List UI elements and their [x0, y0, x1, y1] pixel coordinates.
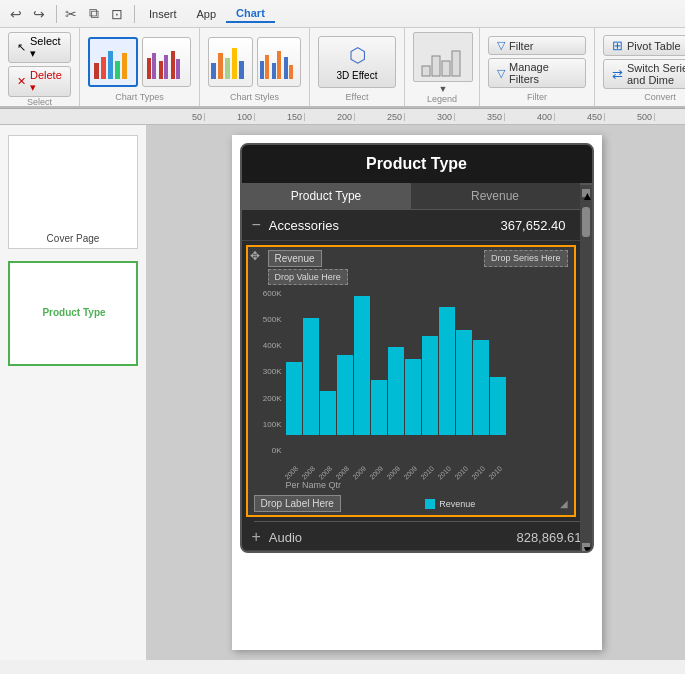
svg-rect-25 [452, 51, 460, 76]
redo-icon[interactable]: ↪ [29, 4, 49, 24]
chart-tab[interactable]: Chart [226, 5, 275, 23]
bar-2009q3 [388, 347, 404, 435]
svg-rect-3 [115, 61, 120, 79]
svg-rect-6 [152, 53, 156, 79]
svg-rect-17 [265, 55, 269, 79]
x-label-2010q3: 2010 Q3 [453, 465, 469, 481]
chart-style-1-button[interactable] [208, 37, 253, 87]
svg-rect-11 [211, 63, 216, 79]
manage-filters-icon: ▽ [497, 67, 505, 80]
svg-rect-12 [218, 53, 223, 79]
product-type-preview: Product Type [14, 267, 134, 357]
delete-button[interactable]: ✕ Delete ▾ [8, 66, 71, 97]
page-thumb-2[interactable]: Product Type [8, 261, 138, 366]
collapse-accessories-button[interactable]: − [252, 216, 261, 234]
svg-rect-9 [171, 51, 175, 79]
audio-name: Audio [269, 530, 517, 545]
cut-icon[interactable]: ✂ [61, 4, 81, 24]
copy-icon[interactable]: ⧉ [84, 4, 104, 24]
bar-2008q3 [320, 391, 336, 435]
svg-rect-7 [159, 61, 163, 79]
svg-rect-14 [232, 48, 237, 79]
paste-icon[interactable]: ⊡ [107, 4, 127, 24]
resize-handle[interactable]: ◢ [560, 498, 568, 509]
svg-rect-10 [176, 59, 180, 79]
tab-revenue[interactable]: Revenue [411, 183, 580, 210]
filter-button[interactable]: ▽ Filter [488, 36, 586, 55]
x-label-2008q2: 2008 Q2 [300, 465, 316, 481]
legend-dropdown-button[interactable]: ▼ [413, 32, 473, 94]
x-label-2010q2: 2010 Q2 [436, 465, 452, 481]
y-label-400k: 400K [250, 341, 282, 350]
chart-title: Product Type [242, 145, 592, 183]
x-label-2010q4: 2010 Q4 [470, 465, 486, 481]
svg-rect-24 [442, 61, 450, 76]
chart-type-bar-button[interactable] [88, 37, 138, 87]
manage-filters-button[interactable]: ▽ Manage Filters [488, 58, 586, 88]
bar-2008q2 [303, 318, 319, 435]
3d-icon: ⬡ [349, 43, 366, 67]
drop-series-zone[interactable]: Drop Series Here [484, 250, 568, 267]
filter-icon: ▽ [497, 39, 505, 52]
x-label-2008q1: 2008 Q1 [283, 465, 299, 481]
x-label-2009q3: 2009 Q3 [385, 465, 401, 481]
chart-style-2-button[interactable] [257, 37, 302, 87]
svg-rect-0 [94, 63, 99, 79]
bar-2009q1 [354, 296, 370, 435]
app-tab[interactable]: App [187, 6, 227, 22]
pivot-icon: ⊞ [612, 38, 623, 53]
x-label-2008q3: 2008 Q3 [317, 465, 333, 481]
pivot-table-button[interactable]: ⊞ Pivot Table [603, 35, 685, 56]
ruler-mark: 200 [305, 113, 355, 121]
svg-rect-19 [277, 51, 281, 79]
page-thumb-1[interactable]: Cover Page [8, 135, 138, 249]
y-label-500k: 500K [250, 315, 282, 324]
chart-styles-section-label: Chart Styles [208, 92, 301, 102]
ruler-mark: 150 [255, 113, 305, 121]
select-section-label: Select [8, 97, 71, 107]
bar-2010q4a [473, 340, 489, 435]
filter-section-label: Filter [488, 92, 586, 102]
x-label-2010q4b: 2010 Q4 [487, 465, 503, 481]
svg-rect-5 [147, 58, 151, 79]
cover-page-label: Cover Page [13, 233, 133, 244]
legend-dropdown-arrow[interactable]: ▼ [439, 84, 448, 94]
svg-rect-18 [272, 63, 276, 79]
drop-label-zone[interactable]: Drop Label Here [254, 495, 341, 512]
bar-2008q4 [337, 355, 353, 435]
y-label-100k: 100K [250, 420, 282, 429]
bar-2009q2 [371, 380, 387, 435]
accessories-value: 367,652.40 [500, 218, 565, 233]
ruler-mark: 100 [205, 113, 255, 121]
tab-product-type[interactable]: Product Type [242, 183, 411, 210]
bar-2010q3 [456, 330, 472, 435]
y-label-300k: 300K [250, 367, 282, 376]
effect-section-label: Effect [318, 92, 396, 102]
expand-audio-button[interactable]: + [252, 528, 261, 546]
insert-tab[interactable]: Insert [139, 6, 187, 22]
chart-move-handle[interactable]: ✥ [250, 249, 260, 263]
legend-section-label: Legend [413, 94, 471, 104]
svg-rect-23 [432, 56, 440, 76]
convert-section-label: Convert [603, 92, 685, 102]
bar-2008q1 [286, 362, 302, 435]
cursor-icon: ↖ [17, 41, 26, 54]
undo-icon[interactable]: ↩ [6, 4, 26, 24]
audio-value: 828,869.61 [516, 530, 581, 545]
switch-icon: ⇄ [612, 67, 623, 82]
bar-2010q4b [490, 377, 506, 435]
chart-type-multibar-button[interactable] [142, 37, 191, 87]
delete-icon: ✕ [17, 75, 26, 88]
svg-rect-22 [422, 66, 430, 76]
x-label-2008q4: 2008 Q4 [334, 465, 350, 481]
bar-2010q2 [439, 307, 455, 435]
x-label-2010q1: 2010 Q1 [419, 465, 435, 481]
x-label-2009q1: 2009 Q1 [351, 465, 367, 481]
drop-value-zone[interactable]: Drop Value Here [268, 269, 348, 285]
3d-effect-button[interactable]: ⬡ 3D Effect [318, 36, 396, 88]
ruler-mark: 400 [505, 113, 555, 121]
bar-2010q1 [422, 336, 438, 435]
select-button[interactable]: ↖ Select ▾ [8, 32, 71, 63]
y-label-600k: 600K [250, 289, 282, 298]
switch-series-button[interactable]: ⇄ Switch Series and Dime [603, 59, 685, 89]
